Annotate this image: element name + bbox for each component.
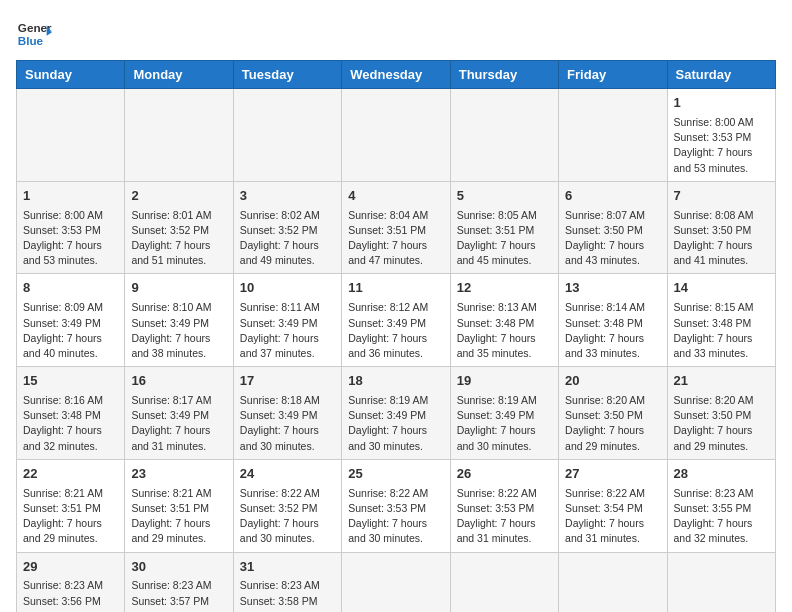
calendar-cell: 6Sunrise: 8:07 AMSunset: 3:50 PMDaylight… bbox=[559, 181, 667, 274]
calendar-cell: 30Sunrise: 8:23 AMSunset: 3:57 PMDayligh… bbox=[125, 552, 233, 612]
calendar-table: SundayMondayTuesdayWednesdayThursdayFrid… bbox=[16, 60, 776, 612]
day-number: 14 bbox=[674, 279, 769, 298]
day-number: 9 bbox=[131, 279, 226, 298]
day-number: 28 bbox=[674, 465, 769, 484]
day-number: 19 bbox=[457, 372, 552, 391]
calendar-cell: 11Sunrise: 8:12 AMSunset: 3:49 PMDayligh… bbox=[342, 274, 450, 367]
calendar-week-row: 15Sunrise: 8:16 AMSunset: 3:48 PMDayligh… bbox=[17, 367, 776, 460]
day-number: 11 bbox=[348, 279, 443, 298]
day-number: 17 bbox=[240, 372, 335, 391]
day-number: 31 bbox=[240, 558, 335, 577]
calendar-cell: 8Sunrise: 8:09 AMSunset: 3:49 PMDaylight… bbox=[17, 274, 125, 367]
calendar-week-row: 1Sunrise: 8:00 AMSunset: 3:53 PMDaylight… bbox=[17, 89, 776, 182]
day-number: 4 bbox=[348, 187, 443, 206]
calendar-cell: 18Sunrise: 8:19 AMSunset: 3:49 PMDayligh… bbox=[342, 367, 450, 460]
calendar-cell: 13Sunrise: 8:14 AMSunset: 3:48 PMDayligh… bbox=[559, 274, 667, 367]
calendar-cell: 27Sunrise: 8:22 AMSunset: 3:54 PMDayligh… bbox=[559, 459, 667, 552]
header-sunday: Sunday bbox=[17, 61, 125, 89]
day-number: 21 bbox=[674, 372, 769, 391]
calendar-cell: 25Sunrise: 8:22 AMSunset: 3:53 PMDayligh… bbox=[342, 459, 450, 552]
calendar-cell bbox=[450, 552, 558, 612]
calendar-cell: 16Sunrise: 8:17 AMSunset: 3:49 PMDayligh… bbox=[125, 367, 233, 460]
day-number: 29 bbox=[23, 558, 118, 577]
header-saturday: Saturday bbox=[667, 61, 775, 89]
header-tuesday: Tuesday bbox=[233, 61, 341, 89]
calendar-week-row: 29Sunrise: 8:23 AMSunset: 3:56 PMDayligh… bbox=[17, 552, 776, 612]
day-number: 1 bbox=[674, 94, 769, 113]
day-number: 5 bbox=[457, 187, 552, 206]
day-number: 18 bbox=[348, 372, 443, 391]
day-number: 6 bbox=[565, 187, 660, 206]
calendar-cell: 21Sunrise: 8:20 AMSunset: 3:50 PMDayligh… bbox=[667, 367, 775, 460]
day-number: 12 bbox=[457, 279, 552, 298]
calendar-cell bbox=[233, 89, 341, 182]
day-number: 7 bbox=[674, 187, 769, 206]
calendar-cell: 28Sunrise: 8:23 AMSunset: 3:55 PMDayligh… bbox=[667, 459, 775, 552]
calendar-cell bbox=[450, 89, 558, 182]
calendar-cell: 15Sunrise: 8:16 AMSunset: 3:48 PMDayligh… bbox=[17, 367, 125, 460]
calendar-cell: 1Sunrise: 8:00 AMSunset: 3:53 PMDaylight… bbox=[667, 89, 775, 182]
svg-text:Blue: Blue bbox=[18, 34, 44, 47]
day-number: 27 bbox=[565, 465, 660, 484]
calendar-cell: 23Sunrise: 8:21 AMSunset: 3:51 PMDayligh… bbox=[125, 459, 233, 552]
calendar-week-row: 8Sunrise: 8:09 AMSunset: 3:49 PMDaylight… bbox=[17, 274, 776, 367]
page-header: General Blue bbox=[16, 16, 776, 52]
day-number: 2 bbox=[131, 187, 226, 206]
calendar-week-row: 1Sunrise: 8:00 AMSunset: 3:53 PMDaylight… bbox=[17, 181, 776, 274]
calendar-cell: 9Sunrise: 8:10 AMSunset: 3:49 PMDaylight… bbox=[125, 274, 233, 367]
calendar-cell bbox=[17, 89, 125, 182]
day-number: 10 bbox=[240, 279, 335, 298]
calendar-cell: 5Sunrise: 8:05 AMSunset: 3:51 PMDaylight… bbox=[450, 181, 558, 274]
calendar-cell: 1Sunrise: 8:00 AMSunset: 3:53 PMDaylight… bbox=[17, 181, 125, 274]
calendar-cell: 29Sunrise: 8:23 AMSunset: 3:56 PMDayligh… bbox=[17, 552, 125, 612]
calendar-cell: 26Sunrise: 8:22 AMSunset: 3:53 PMDayligh… bbox=[450, 459, 558, 552]
day-number: 24 bbox=[240, 465, 335, 484]
day-number: 20 bbox=[565, 372, 660, 391]
header-monday: Monday bbox=[125, 61, 233, 89]
logo-icon: General Blue bbox=[16, 16, 52, 52]
calendar-cell: 12Sunrise: 8:13 AMSunset: 3:48 PMDayligh… bbox=[450, 274, 558, 367]
header-friday: Friday bbox=[559, 61, 667, 89]
calendar-cell: 19Sunrise: 8:19 AMSunset: 3:49 PMDayligh… bbox=[450, 367, 558, 460]
calendar-cell: 4Sunrise: 8:04 AMSunset: 3:51 PMDaylight… bbox=[342, 181, 450, 274]
calendar-cell bbox=[559, 89, 667, 182]
calendar-cell: 20Sunrise: 8:20 AMSunset: 3:50 PMDayligh… bbox=[559, 367, 667, 460]
calendar-cell: 17Sunrise: 8:18 AMSunset: 3:49 PMDayligh… bbox=[233, 367, 341, 460]
day-number: 8 bbox=[23, 279, 118, 298]
calendar-header-row: SundayMondayTuesdayWednesdayThursdayFrid… bbox=[17, 61, 776, 89]
day-number: 1 bbox=[23, 187, 118, 206]
calendar-cell bbox=[125, 89, 233, 182]
calendar-cell bbox=[342, 552, 450, 612]
calendar-week-row: 22Sunrise: 8:21 AMSunset: 3:51 PMDayligh… bbox=[17, 459, 776, 552]
calendar-cell: 31Sunrise: 8:23 AMSunset: 3:58 PMDayligh… bbox=[233, 552, 341, 612]
day-number: 13 bbox=[565, 279, 660, 298]
day-number: 25 bbox=[348, 465, 443, 484]
logo: General Blue bbox=[16, 16, 60, 52]
calendar-cell: 2Sunrise: 8:01 AMSunset: 3:52 PMDaylight… bbox=[125, 181, 233, 274]
header-thursday: Thursday bbox=[450, 61, 558, 89]
day-number: 23 bbox=[131, 465, 226, 484]
calendar-cell: 7Sunrise: 8:08 AMSunset: 3:50 PMDaylight… bbox=[667, 181, 775, 274]
day-number: 30 bbox=[131, 558, 226, 577]
header-wednesday: Wednesday bbox=[342, 61, 450, 89]
calendar-cell: 22Sunrise: 8:21 AMSunset: 3:51 PMDayligh… bbox=[17, 459, 125, 552]
calendar-cell: 3Sunrise: 8:02 AMSunset: 3:52 PMDaylight… bbox=[233, 181, 341, 274]
calendar-cell bbox=[342, 89, 450, 182]
calendar-cell: 24Sunrise: 8:22 AMSunset: 3:52 PMDayligh… bbox=[233, 459, 341, 552]
day-number: 16 bbox=[131, 372, 226, 391]
calendar-cell: 14Sunrise: 8:15 AMSunset: 3:48 PMDayligh… bbox=[667, 274, 775, 367]
day-number: 22 bbox=[23, 465, 118, 484]
day-number: 26 bbox=[457, 465, 552, 484]
calendar-cell bbox=[667, 552, 775, 612]
day-number: 15 bbox=[23, 372, 118, 391]
calendar-cell bbox=[559, 552, 667, 612]
day-number: 3 bbox=[240, 187, 335, 206]
calendar-cell: 10Sunrise: 8:11 AMSunset: 3:49 PMDayligh… bbox=[233, 274, 341, 367]
